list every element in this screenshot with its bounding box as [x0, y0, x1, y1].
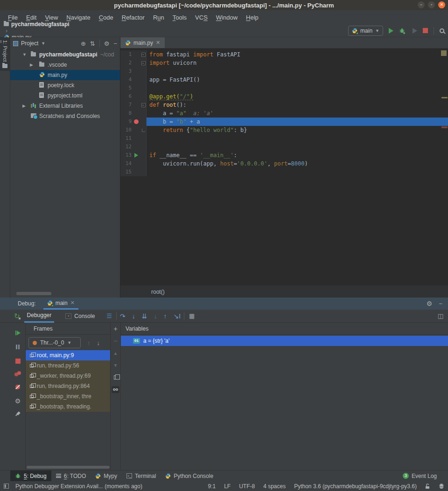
menu-run[interactable]: Run	[149, 12, 168, 23]
code-line-7[interactable]: 7−def root():	[120, 101, 448, 109]
caret-position[interactable]: 9:1	[208, 483, 216, 490]
tool-window-button-event-log[interactable]: 3Event Log	[398, 470, 441, 482]
code-editor[interactable]: 1−from fastapi import FastAPI2−import uv…	[120, 48, 448, 285]
gutter-line-9[interactable]: 9	[120, 118, 147, 126]
menu-window[interactable]: Window	[212, 12, 242, 23]
frame-row[interactable]: _bootstrap_inner, thre	[26, 391, 110, 401]
resume-program-icon[interactable]	[15, 329, 21, 337]
remove-watch-icon[interactable]: −	[111, 335, 120, 347]
code-line-9[interactable]: 9 b = "b" + a	[120, 118, 448, 126]
frames-horizontal-scrollbar[interactable]	[27, 466, 110, 469]
editor-breadcrumb[interactable]: root()	[120, 285, 448, 297]
project-panel-title[interactable]: Project	[21, 40, 38, 47]
tool-stripe--project[interactable]: 1: Project	[0, 37, 10, 71]
breadcrumb-root[interactable]: root()	[151, 289, 165, 295]
fold-icon[interactable]: −	[141, 103, 146, 107]
code-line-4[interactable]: 4app = FastAPI()	[120, 76, 448, 84]
fold-icon[interactable]: −	[141, 53, 146, 57]
hide-panel-icon[interactable]: −	[439, 300, 442, 307]
breadcrumb-pycharmdebugfastapi[interactable]: pycharmdebugfastapi	[4, 21, 70, 28]
move-up-icon[interactable]: ▲	[111, 347, 120, 359]
threads-view-icon[interactable]: oo	[112, 386, 119, 393]
code-line-1[interactable]: 1−from fastapi import FastAPI	[120, 50, 448, 59]
code-line-14[interactable]: 14 uvicorn.run(app, host='0.0.0.0', port…	[120, 159, 448, 168]
gutter-line-10[interactable]: 10	[120, 126, 147, 134]
tool-window-button-terminal[interactable]: >_Terminal	[122, 470, 161, 482]
code-line-6[interactable]: 6@app.get("/")	[120, 92, 448, 101]
fold-end-icon[interactable]	[142, 129, 145, 132]
restore-layout-icon[interactable]: ◫	[438, 312, 448, 319]
file-encoding[interactable]: UTF-8	[239, 483, 255, 490]
code-line-12[interactable]: 12	[120, 143, 448, 151]
tool-window-toggle-icon[interactable]	[4, 484, 9, 489]
gear-icon[interactable]: ⚙	[427, 300, 433, 307]
frame-row[interactable]: _worker, thread.py:69	[26, 371, 110, 381]
editor-tab-main-py[interactable]: main.py ✕	[120, 37, 165, 48]
step-out-icon[interactable]: ↑	[163, 313, 167, 319]
tab-debugger[interactable]: Debugger	[24, 310, 55, 323]
force-step-into-icon[interactable]: ⇊	[142, 313, 147, 319]
tool-window-button-mypy[interactable]: Mypy	[91, 470, 122, 482]
frame-row[interactable]: run, threading.py:864	[26, 381, 110, 391]
step-over-icon[interactable]: ↷	[120, 313, 126, 319]
code-line-10[interactable]: 10 return {"hello world": b}	[120, 126, 448, 134]
hide-panel-icon[interactable]: −	[113, 40, 117, 47]
step-into-my-code-icon[interactable]: ↓	[154, 313, 157, 319]
tool-window-button-6-todo[interactable]: 6: TODO	[51, 470, 91, 482]
python-interpreter[interactable]: Python 3.6 (pycharmdebugfastapi-9cdjtyrg…	[294, 483, 417, 490]
menu-refactor[interactable]: Refactor	[118, 12, 149, 23]
run-to-cursor-icon[interactable]: ↘I	[173, 313, 181, 319]
previous-frame-icon[interactable]: ↑	[87, 339, 91, 346]
gutter-line-14[interactable]: 14	[120, 159, 147, 168]
code-line-2[interactable]: 2−import uvicorn	[120, 59, 448, 67]
status-message[interactable]: Python Debugger Extension Avail... (mome…	[15, 483, 142, 490]
debug-button[interactable]	[399, 28, 407, 34]
tool-window-button-5-debug[interactable]: 5: Debug	[10, 470, 51, 482]
tree-item-main-py[interactable]: main.py	[10, 70, 120, 80]
minimize-button[interactable]: −	[418, 1, 425, 8]
project-horizontal-scrollbar[interactable]	[16, 292, 51, 295]
view-breakpoints-icon[interactable]	[14, 371, 21, 377]
evaluate-expression-icon[interactable]: ▦	[189, 312, 195, 319]
search-everywhere-icon[interactable]	[440, 28, 444, 33]
duplicate-icon[interactable]	[114, 375, 118, 380]
code-line-3[interactable]: 3	[120, 67, 448, 76]
layout-settings-icon[interactable]: ☰	[106, 312, 112, 319]
breakpoint-icon[interactable]	[134, 119, 139, 124]
pause-program-icon[interactable]	[16, 343, 20, 351]
code-line-5[interactable]: 5	[120, 84, 448, 92]
menu-help[interactable]: Help	[242, 12, 263, 23]
chevron-right-icon[interactable]: ▶	[30, 62, 33, 67]
gutter-line-11[interactable]: 11	[120, 134, 147, 143]
gutter-line-15[interactable]: 15	[120, 168, 147, 176]
run-with-coverage-button[interactable]	[413, 28, 417, 34]
stop-button[interactable]	[423, 28, 428, 33]
unlock-icon[interactable]	[425, 484, 430, 489]
frame-row[interactable]: root, main.py:9	[26, 350, 110, 360]
chevron-down-icon[interactable]: ▼	[22, 52, 27, 57]
tab-console[interactable]: ›Console	[63, 310, 98, 323]
gutter-line-4[interactable]: 4	[120, 76, 147, 84]
collapse-all-icon[interactable]: ⇅	[90, 40, 95, 47]
line-ending[interactable]: LF	[224, 483, 231, 490]
close-button[interactable]: ✕	[438, 1, 445, 8]
close-icon[interactable]: ✕	[70, 300, 75, 306]
code-line-11[interactable]: 11	[120, 134, 448, 143]
warning-stripe-mark[interactable]	[441, 97, 448, 98]
gutter-line-1[interactable]: 1−	[120, 50, 147, 59]
frame-row[interactable]: run, thread.py:56	[26, 360, 110, 371]
tree-item-pyproject-toml[interactable]: pyproject.toml	[10, 90, 120, 101]
tree-item-scratches-and-consoles[interactable]: Scratches and Consoles	[10, 111, 120, 121]
gutter-line-13[interactable]: 13	[120, 151, 147, 159]
debug-session-tab[interactable]: main ✕	[43, 297, 78, 310]
code-line-15[interactable]: 15	[120, 168, 448, 176]
gear-icon[interactable]: ⚙	[104, 40, 110, 47]
run-line-icon[interactable]	[134, 153, 138, 158]
close-icon[interactable]: ✕	[156, 40, 160, 46]
stop-icon[interactable]	[15, 359, 21, 364]
variable-row[interactable]: 01a = {str} 'a'	[121, 336, 448, 346]
rerun-icon[interactable]: ↻	[14, 312, 20, 319]
gutter-line-3[interactable]: 3	[120, 67, 147, 76]
run-configuration-select[interactable]: main ▼	[348, 26, 383, 36]
inspections-profile-icon[interactable]	[439, 484, 444, 489]
